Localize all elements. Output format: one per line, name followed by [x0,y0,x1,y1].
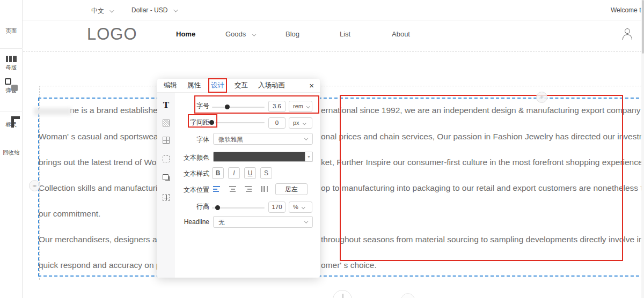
color-dropdown-arrow-icon[interactable]: ▼ [305,152,312,161]
drag-handle-top[interactable]: ✛ [536,92,547,103]
annotation-rectangle [340,95,623,261]
text-color-swatch[interactable]: ▼ [213,152,313,162]
font-family-value: 微软雅黑 [218,136,243,143]
body-text-line[interactable]: our commitment. [39,209,100,219]
letter-spacing-slider[interactable] [215,122,265,123]
text-color-label: 文本颜色 [173,153,209,162]
layers-tool-icon[interactable] [163,174,170,181]
position-tool-icon[interactable] [163,194,170,201]
underline-button[interactable]: U [244,167,256,179]
body-text-line[interactable]: ne is a brand establishe [70,106,158,115]
border-tool-icon[interactable] [163,155,170,162]
annotation-letter-spacing-label [188,114,217,128]
panel-tab-bar: 编辑 属性 设计 交互 入场动画 [157,79,320,93]
line-height-label: 行高 [173,202,209,211]
chevron-down-icon [173,8,178,12]
bold-button[interactable]: B [212,167,224,179]
sidebar-item-ruler[interactable]: 标尺 [0,119,23,129]
sidebar-item-label: 母版 [0,64,23,72]
nav-about[interactable]: About [392,30,410,38]
strikethrough-button[interactable]: S [260,167,272,179]
design-panel: 编辑 属性 设计 交互 入场动画 × T 字号 3.6 rem 字间距 0 px… [157,79,320,278]
sidebar-item-popup[interactable]: 弹窗 [0,85,23,94]
headline-select[interactable]: 无 [213,216,313,228]
tab-design[interactable]: 设计 [211,81,224,90]
chevron-down-icon [252,32,256,36]
panel-icon-rail: T [157,93,175,278]
chevron-down-icon [304,136,308,140]
nav-home[interactable]: Home [176,30,195,38]
language-selector[interactable]: 中文 [91,6,113,16]
align-left-icon[interactable] [213,186,220,192]
text-tool-icon[interactable]: T [163,100,169,110]
text-align-label: 文本位置 [173,185,209,195]
annotation-font-size-row [194,95,319,114]
tab-entrance-animation[interactable]: 入场动画 [258,81,285,90]
letter-spacing-unit: px [293,120,299,126]
scrollbar-thumb[interactable] [642,0,644,54]
tab-properties[interactable]: 属性 [187,81,201,90]
align-right-icon[interactable] [245,186,252,192]
line-height-unit: % [293,204,298,210]
chevron-down-icon [304,219,308,223]
body-text-line[interactable]: Our merchandisers, designers an [39,235,162,244]
close-icon[interactable]: × [309,81,314,90]
drag-handle-left[interactable]: ◂▸ [29,180,40,191]
font-family-select[interactable]: 微软雅黑 [213,133,313,145]
line-height-input[interactable]: 170 [268,202,286,213]
currency-label: Dollar - USD [131,6,167,14]
chevron-down-icon [301,205,305,209]
body-text-line[interactable]: Collection skills and manufacturin [39,183,162,193]
letter-spacing-input[interactable]: 0 [268,117,286,129]
grid-tool-icon[interactable] [163,137,170,144]
background-tool-icon[interactable] [163,120,170,126]
nav-goods-label: Goods [225,30,246,38]
headline-label: Headline [173,218,209,226]
site-logo: LOGO [87,25,137,44]
language-label: 中文 [91,7,104,14]
headline-value: 无 [218,219,225,226]
sidebar-item-recycle[interactable]: 回收站 [0,147,23,157]
body-text-line[interactable]: brings out the latest trend of Wo [39,158,156,167]
utility-bar: 中文 Dollar - USD Welcome to [23,0,644,20]
letter-spacing-unit-select[interactable]: px [289,117,312,129]
font-family-label: 字体 [173,135,209,144]
italic-button[interactable]: I [228,167,240,179]
scrollbar[interactable] [641,0,644,298]
line-height-slider-handle[interactable] [215,205,220,210]
nav-list[interactable]: List [340,30,350,38]
align-justify-icon[interactable] [261,186,268,192]
welcome-text: Welcome to [611,6,644,14]
redacted-brand-name [34,108,71,115]
line-height-unit-select[interactable]: % [289,202,312,213]
sidebar-item-pages[interactable]: 页面 [0,25,23,35]
tab-interaction[interactable]: 交互 [235,81,248,90]
sidebar-item-master[interactable]: 母版 [0,56,23,72]
body-text-line[interactable]: quick respond and accuracy on p [39,260,160,270]
body-text-line[interactable]: Woman' s casual and sportswea [39,132,158,141]
nav-blog[interactable]: Blog [286,30,299,38]
add-section-button[interactable] [333,290,352,298]
add-section-button-secondary[interactable] [401,293,415,298]
align-center-icon[interactable] [229,186,236,192]
tab-edit[interactable]: 编辑 [164,81,177,90]
chevron-down-icon [302,121,306,125]
site-header: LOGO Home Goods Blog List About [23,20,644,51]
currency-selector[interactable]: Dollar - USD [131,6,177,14]
user-account-icon[interactable] [621,28,633,40]
text-style-label: 文本样式 [173,169,209,178]
master-icon [6,56,17,62]
chevron-down-icon [110,8,114,12]
nav-goods[interactable]: Goods [225,30,255,38]
editor-sidebar: 页面 母版 弹窗 标尺 回收站 [0,0,23,298]
sidebar-item-label: 回收站 [0,149,23,157]
body-text-line[interactable]: omer' s choice. [321,260,377,270]
section-boundary-dashed [23,51,642,52]
sidebar-divider [0,48,23,49]
sidebar-divider [0,111,23,111]
align-mode-button[interactable]: 居左 [275,183,308,195]
sidebar-item-label: 页面 [0,27,23,35]
